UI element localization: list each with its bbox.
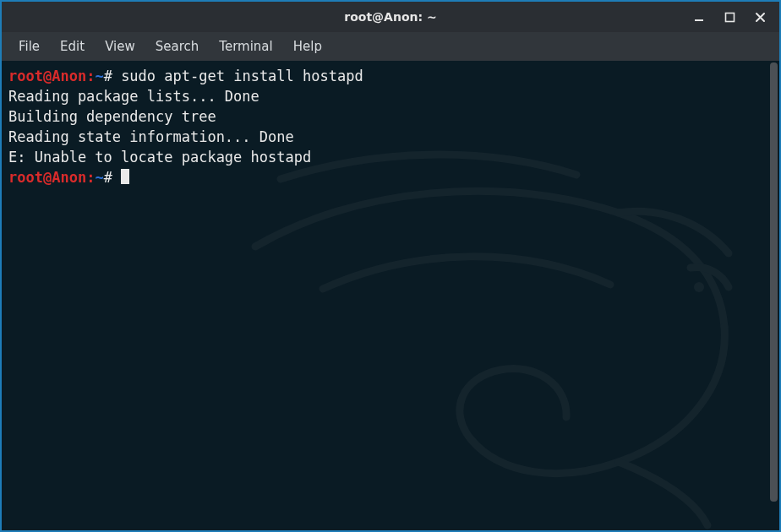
output-line: Reading state information... Done xyxy=(8,128,294,145)
menubar: File Edit View Search Terminal Help xyxy=(2,32,779,61)
scrollbar[interactable] xyxy=(770,62,778,502)
terminal-output[interactable]: root@Anon:~# sudo apt-get install hostap… xyxy=(2,61,779,530)
prompt-path: ~ xyxy=(95,68,103,84)
close-icon xyxy=(755,12,766,23)
menu-view[interactable]: View xyxy=(96,35,144,57)
output-line: E: Unable to locate package hostapd xyxy=(8,149,311,166)
output-line: Reading package lists... Done xyxy=(8,88,259,105)
output-line: Building dependency tree xyxy=(8,108,216,125)
minimize-icon xyxy=(693,11,705,23)
menu-help[interactable]: Help xyxy=(285,35,330,57)
prompt-user-host: root@Anon xyxy=(8,68,86,84)
prompt-user-host: root@Anon xyxy=(8,169,86,186)
menu-edit[interactable]: Edit xyxy=(52,35,93,57)
maximize-button[interactable] xyxy=(717,7,742,27)
command-text: sudo apt-get install hostapd xyxy=(121,68,363,84)
svg-rect-0 xyxy=(695,19,703,21)
cursor xyxy=(121,169,129,184)
menu-search[interactable]: Search xyxy=(147,35,208,57)
prompt-symbol: # xyxy=(104,68,112,84)
prompt-path: ~ xyxy=(95,169,103,186)
titlebar[interactable]: root@Anon: ~ xyxy=(2,2,779,32)
svg-rect-1 xyxy=(725,13,734,21)
window-controls xyxy=(686,2,773,32)
minimize-button[interactable] xyxy=(686,7,712,27)
menu-terminal[interactable]: Terminal xyxy=(210,35,281,57)
terminal-area[interactable]: root@Anon:~# sudo apt-get install hostap… xyxy=(2,61,779,530)
prompt-symbol: # xyxy=(104,169,112,186)
menu-file[interactable]: File xyxy=(10,35,48,57)
maximize-icon xyxy=(724,12,735,23)
window-title: root@Anon: ~ xyxy=(2,10,779,24)
close-button[interactable] xyxy=(747,7,773,27)
terminal-window: root@Anon: ~ File Edit View Search Termi… xyxy=(0,0,781,532)
